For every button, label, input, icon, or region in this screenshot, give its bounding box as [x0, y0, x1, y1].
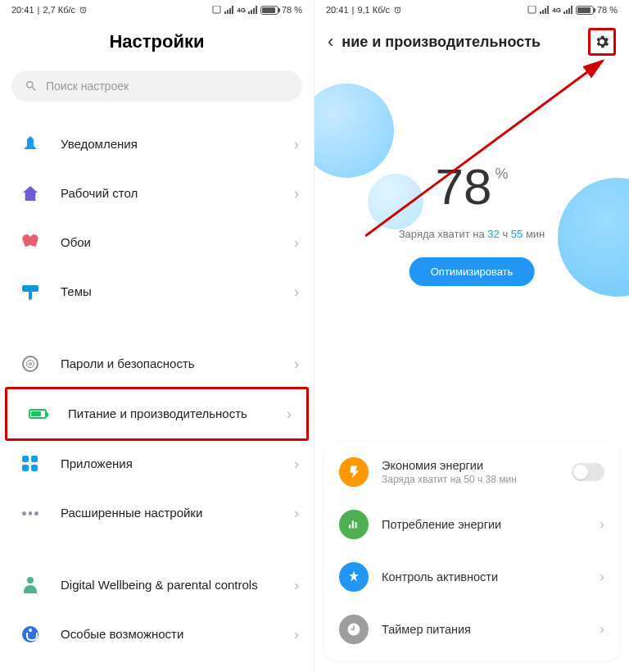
settings-screen: 20:41 | 2,7 Кб/с 4G 78 % Настройки Поиск…	[0, 0, 314, 672]
accessibility-icon	[18, 622, 43, 647]
card-activity[interactable]: Контроль активности ›	[324, 551, 619, 603]
settings-item-desktop[interactable]: Рабочий стол ›	[0, 169, 314, 218]
bubble-decoration	[368, 174, 423, 229]
signal-icon	[224, 6, 234, 14]
home-icon	[18, 181, 43, 206]
item-label: Обои	[61, 235, 294, 251]
chevron-right-icon: ›	[294, 456, 299, 473]
item-label: Уведомления	[61, 137, 294, 152]
item-label: Темы	[61, 284, 294, 300]
alarm-icon	[393, 6, 402, 15]
svg-rect-1	[528, 6, 536, 13]
item-label: Приложения	[61, 456, 294, 472]
battery-status-icon	[576, 6, 594, 15]
status-battery-pct: 78 %	[282, 5, 302, 15]
settings-item-themes[interactable]: Темы ›	[0, 267, 314, 316]
chevron-right-icon: ›	[294, 626, 299, 643]
chart-icon	[339, 510, 369, 539]
apps-icon	[18, 452, 43, 476]
search-placeholder: Поиск настроек	[46, 79, 129, 93]
pct-symbol: %	[495, 166, 508, 183]
svg-rect-0	[213, 6, 220, 13]
power-cards: Экономия энергии Заряда хватит на 50 ч 3…	[324, 441, 619, 661]
signal-icon	[540, 6, 550, 14]
power-saver-toggle[interactable]	[572, 463, 604, 481]
chevron-right-icon: ›	[600, 516, 604, 533]
chevron-right-icon: ›	[294, 136, 299, 153]
status-speed: 9,1 Кб/с	[357, 5, 390, 15]
settings-item-accessibility[interactable]: Особые возможности ›	[0, 610, 314, 659]
activity-icon	[339, 562, 369, 592]
charge-estimate: Заряда хватит на 32 ч 55 мин	[399, 228, 545, 240]
settings-item-wellbeing[interactable]: Digital Wellbeing & parental controls ›	[0, 561, 314, 610]
battery-visual: 78 % Заряда хватит на 32 ч 55 мин Оптими…	[314, 67, 629, 297]
settings-item-power[interactable]: Питание и производительность ›	[7, 389, 306, 438]
sim-icon	[212, 6, 222, 14]
signal-icon-2	[563, 6, 573, 14]
chevron-right-icon: ›	[600, 621, 604, 638]
wellbeing-icon	[18, 573, 43, 597]
chevron-right-icon: ›	[600, 569, 604, 585]
status-bar-left: 20:41 | 2,7 Кб/с 4G 78 %	[0, 0, 314, 16]
card-timer[interactable]: Таймер питания ›	[324, 603, 619, 656]
battery-icon	[25, 402, 50, 426]
header-title: ние и производительность	[342, 34, 588, 51]
battery-percentage: 78 %	[436, 157, 509, 216]
status-battery-pct: 78 %	[597, 5, 618, 15]
alarm-icon	[79, 6, 88, 15]
optimize-button[interactable]: Оптимизировать	[410, 257, 535, 286]
flower-icon	[18, 230, 43, 255]
chevron-right-icon: ›	[294, 284, 299, 301]
card-usage[interactable]: Потребление энергии ›	[324, 498, 619, 551]
status-icons: 4G	[527, 6, 594, 15]
settings-item-security[interactable]: Пароли и безопасность ›	[0, 339, 314, 388]
status-time: 20:41	[326, 5, 349, 15]
chevron-right-icon: ›	[294, 577, 299, 594]
card-title: Экономия энергии	[382, 459, 572, 472]
page-title: Настройки	[0, 16, 314, 70]
highlight-annotation: Питание и производительность ›	[5, 387, 309, 441]
settings-list: Уведомления › Рабочий стол › Обои › Темы…	[0, 113, 314, 665]
card-title: Контроль активности	[382, 570, 600, 583]
card-title: Потребление энергии	[382, 518, 600, 531]
status-speed: 2,7 Кб/с	[43, 5, 75, 15]
chevron-right-icon: ›	[294, 185, 299, 202]
status-time: 20:41	[11, 5, 34, 15]
fingerprint-icon	[18, 352, 43, 376]
chevron-right-icon: ›	[287, 406, 292, 423]
clock-icon	[339, 615, 369, 644]
back-button[interactable]: ‹	[328, 31, 333, 52]
chevron-right-icon: ›	[294, 234, 299, 252]
header-row: ‹ ние и производительность	[314, 16, 629, 67]
brush-icon	[18, 279, 43, 304]
chevron-right-icon: ›	[294, 356, 299, 373]
gear-icon	[594, 34, 610, 50]
settings-item-notifications[interactable]: Уведомления ›	[0, 120, 314, 169]
item-label: Digital Wellbeing & parental controls	[61, 578, 294, 593]
settings-item-apps[interactable]: Приложения ›	[0, 439, 314, 488]
settings-button[interactable]	[588, 28, 616, 56]
battery-status-icon	[260, 6, 278, 15]
bubble-decoration	[558, 178, 629, 297]
search-input[interactable]: Поиск настроек	[11, 70, 302, 102]
bolt-icon	[339, 457, 369, 487]
card-title: Таймер питания	[382, 623, 600, 636]
item-label: Особые возможности	[61, 627, 294, 642]
search-icon	[25, 79, 38, 93]
status-icons: 4G	[212, 6, 278, 15]
item-label: Рабочий стол	[61, 186, 294, 202]
status-bar-right: 20:41 | 9,1 Кб/с 4G 78 %	[314, 0, 629, 16]
settings-item-advanced[interactable]: Расширенные настройки ›	[0, 488, 314, 538]
more-icon	[18, 501, 43, 525]
item-label: Пароли и безопасность	[61, 356, 294, 372]
bubble-decoration	[314, 84, 394, 178]
card-power-saver[interactable]: Экономия энергии Заряда хватит на 50 ч 3…	[324, 446, 619, 498]
chevron-right-icon: ›	[294, 505, 299, 522]
item-label: Питание и производительность	[68, 406, 287, 422]
card-subtitle: Заряда хватит на 50 ч 38 мин	[382, 474, 572, 485]
settings-item-wallpaper[interactable]: Обои ›	[0, 218, 314, 267]
sim-icon	[527, 6, 537, 14]
battery-pct-value: 78	[436, 157, 492, 216]
bell-icon	[18, 132, 43, 157]
power-screen: 20:41 | 9,1 Кб/с 4G 78 % ‹ ние и произво…	[314, 0, 629, 672]
